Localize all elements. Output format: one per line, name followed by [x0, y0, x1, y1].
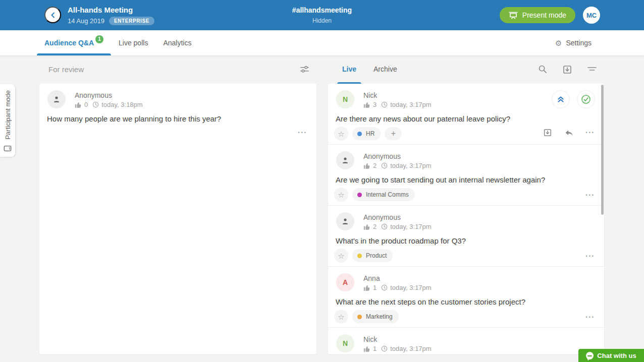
more-options-button[interactable]: ••• [586, 315, 595, 320]
question-time: today, 3:17pm [390, 345, 431, 352]
reply-button[interactable] [565, 129, 573, 137]
question-text: Are there any news about our paternal le… [336, 114, 592, 123]
more-options-button[interactable]: ••• [298, 130, 307, 135]
chevrons-up-icon [556, 95, 565, 104]
review-filter-settings-button[interactable] [300, 65, 309, 74]
chevron-left-icon [49, 12, 57, 19]
sliders-icon [300, 65, 309, 74]
gear-icon: ⚙ [555, 39, 562, 47]
check-circle-icon [581, 94, 591, 104]
reply-arrow-icon [565, 129, 573, 137]
clock-icon [381, 162, 388, 169]
event-title: All-hands Meeting [68, 6, 154, 15]
present-mode-button[interactable]: Present mode [500, 7, 575, 23]
review-panel-title: For review [48, 56, 84, 83]
review-panel: For review Anonymous [39, 56, 316, 362]
like-count: 1 [373, 345, 377, 352]
main-tab-bar: Audience Q&A1 Live polls Analytics ⚙ Set… [0, 30, 644, 56]
participant-mode-tab[interactable]: Participant mode [0, 84, 15, 157]
question-text: What are the next steps on the customer … [336, 297, 592, 306]
tag-marketing[interactable]: Marketing [352, 310, 399, 323]
chat-label: Chat with us [597, 352, 636, 359]
chat-with-us-button[interactable]: Chat with us [578, 349, 644, 362]
more-options-button[interactable]: ••• [586, 130, 595, 135]
tab-live-polls[interactable]: Live polls [111, 30, 155, 55]
tab-archive[interactable]: Archive [368, 56, 402, 84]
tag-label: Internal Comms [366, 191, 409, 198]
question-author: Nick [363, 91, 377, 99]
question-card: Anonymous 2 today, 3:17pm Are we going t… [328, 144, 604, 205]
question-text: How many people are we planning to hire … [47, 114, 304, 123]
star-button[interactable]: ☆ [334, 249, 348, 263]
search-button[interactable] [538, 65, 548, 74]
avatar-nick: N [336, 90, 354, 108]
more-options-button[interactable]: ••• [586, 254, 595, 259]
star-button[interactable]: ☆ [334, 310, 348, 324]
question-card: A Anna 1 today, 3:17pm What are the next… [328, 266, 604, 327]
star-button[interactable]: ☆ [334, 127, 348, 141]
tab-archive-label: Archive [373, 65, 397, 73]
question-card: Anonymous 2 today, 3:17pm What's in the … [328, 205, 604, 266]
person-icon [52, 95, 61, 104]
add-tag-button[interactable]: + [385, 127, 402, 140]
thumbs-up-icon [363, 284, 370, 291]
clock-icon [381, 223, 388, 230]
review-question-card: Anonymous 0 today, 3:18pm How many peopl… [39, 84, 316, 354]
question-time: today, 3:18pm [101, 101, 142, 108]
settings-button[interactable]: ⚙ Settings [555, 30, 592, 55]
question-card: N Nick 1 today, 3:17pm [328, 327, 604, 354]
question-text: What's in the product roadmap for Q3? [336, 236, 592, 245]
archive-all-button[interactable] [562, 65, 572, 75]
tag-product[interactable]: Product [352, 249, 393, 262]
live-panel: Live Archive [328, 56, 604, 362]
like-count: 1 [373, 284, 377, 291]
scrollbar-thumb[interactable] [601, 85, 604, 215]
question-time: today, 3:17pm [390, 223, 431, 230]
thumbs-up-icon [363, 101, 370, 108]
thumbs-up-icon [363, 162, 370, 169]
like-count: 0 [84, 101, 88, 108]
like-count: 2 [373, 162, 377, 169]
back-button[interactable] [44, 7, 61, 23]
archive-box-icon [543, 128, 552, 137]
presentation-screen-icon [509, 12, 518, 19]
more-options-button[interactable]: ••• [586, 193, 595, 198]
question-meta: 0 today, 3:18pm [75, 101, 143, 108]
question-meta: 1 today, 3:17pm [363, 345, 432, 352]
participant-mode-label: Participant mode [4, 90, 12, 140]
present-mode-label: Present mode [522, 11, 566, 19]
clock-icon [381, 345, 388, 352]
tag-hr[interactable]: HR [352, 127, 381, 140]
avatar-nick: N [336, 334, 354, 352]
mark-answered-button[interactable] [577, 90, 595, 108]
sort-filter-button[interactable] [587, 65, 597, 75]
question-author: Anna [363, 274, 380, 282]
user-avatar[interactable]: MC [583, 7, 600, 24]
tab-analytics-label: Analytics [163, 39, 191, 47]
tag-internal-comms[interactable]: Internal Comms [352, 188, 415, 201]
tag-color-dot [357, 254, 362, 258]
clock-icon [92, 101, 99, 108]
tab-analytics[interactable]: Analytics [155, 30, 199, 55]
question-text: Are we going to start sending out an int… [336, 175, 592, 184]
archive-question-button[interactable] [543, 128, 552, 137]
event-date: 14 Aug 2019 [68, 17, 104, 25]
app-header: All-hands Meeting 14 Aug 2019 ENTERPRISE… [0, 0, 644, 30]
qa-count-badge: 1 [95, 35, 103, 43]
question-author: Nick [363, 335, 377, 343]
tag-color-dot [357, 132, 362, 136]
avatar-anonymous [336, 151, 354, 169]
tab-audience-qa[interactable]: Audience Q&A1 [37, 30, 111, 55]
star-button[interactable]: ☆ [334, 188, 348, 202]
archive-box-icon [562, 65, 572, 75]
question-time: today, 3:17pm [390, 101, 431, 108]
clock-icon [381, 284, 388, 291]
question-author: Anonymous [363, 213, 401, 221]
question-author: Anonymous [75, 91, 112, 99]
clock-icon [381, 101, 388, 108]
tab-live-label: Live [342, 65, 356, 73]
search-icon [538, 65, 548, 74]
highlight-button[interactable] [552, 90, 570, 108]
tab-live[interactable]: Live [337, 56, 361, 84]
person-icon [341, 156, 350, 165]
